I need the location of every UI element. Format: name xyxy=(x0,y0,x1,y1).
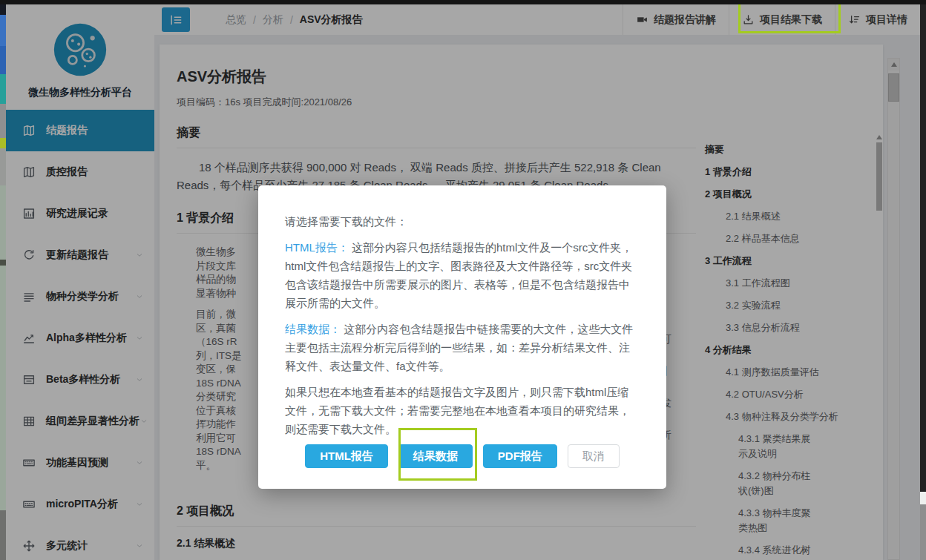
dialog-paragraph-text: 如果只想在本地查看基本的结题报告文字及图片，则只需下载html压缩文件，无需下载… xyxy=(285,386,630,435)
download-dialog: 请选择需要下载的文件： HTML报告： 这部分内容只包括结题报告的html文件及… xyxy=(258,185,666,489)
dialog-paragraph-lead: 结果数据： xyxy=(285,323,341,335)
screen-edge-top xyxy=(0,0,926,4)
dialog-paragraph: 如果只想在本地查看基本的结题报告文字及图片，则只需下载html压缩文件，无需下载… xyxy=(285,383,640,438)
screen-edge-left xyxy=(0,4,6,560)
dialog-paragraph: HTML报告： 这部分内容只包括结题报告的html文件及一个src文件夹，htm… xyxy=(285,238,640,312)
dialog-paragraph-text: 请选择需要下载的文件： xyxy=(285,215,407,228)
dialog-paragraph: 结果数据： 这部分内容包含结题报告中链接需要的大文件，这些大文件主要包括主流程分… xyxy=(285,320,640,375)
dialog-paragraph: 请选择需要下载的文件： xyxy=(285,212,640,231)
modal-button-pdf-report[interactable]: PDF报告 xyxy=(483,444,557,468)
dialog-paragraph-lead: HTML报告： xyxy=(285,241,349,254)
modal-button-html-report[interactable]: HTML报告 xyxy=(305,444,388,468)
screen-edge-right xyxy=(920,4,926,560)
modal-button-cancel[interactable]: 取消 xyxy=(568,444,620,468)
dialog-buttons: HTML报告 结果数据 PDF报告 取消 xyxy=(285,444,640,468)
dialog-body: 请选择需要下载的文件： HTML报告： 这部分内容只包括结题报告的html文件及… xyxy=(285,212,640,438)
modal-button-result-data[interactable]: 结果数据 xyxy=(398,444,473,468)
